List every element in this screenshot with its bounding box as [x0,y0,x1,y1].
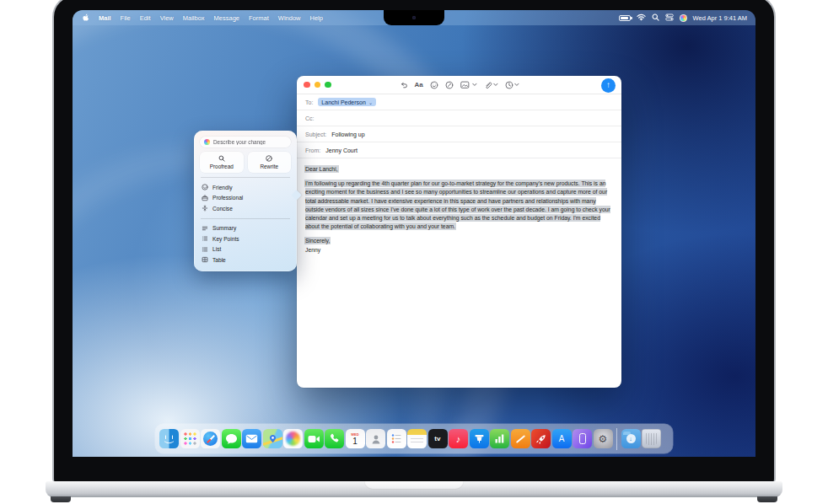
menu-item-view[interactable]: View [160,14,174,22]
key-points-icon [202,235,208,242]
summary-label: Summary [212,225,236,231]
to-label: To: [305,99,313,105]
message-body[interactable]: Dear Lanchi, I'm following up regarding … [297,158,621,261]
minimize-button[interactable] [315,82,321,88]
menu-item-mail[interactable]: Mail [99,14,111,22]
tone-option-professional[interactable]: Professional [200,193,291,204]
tv-label: tv [434,435,441,442]
tone-option-concise[interactable]: Concise [200,203,291,214]
dock-icon-pages[interactable] [511,429,530,448]
format-option-summary[interactable]: Summary [200,223,291,234]
briefcase-icon [202,195,208,201]
rewrite-button[interactable]: Rewrite [248,152,292,173]
dock-icon-notes[interactable] [407,429,427,448]
display-notch [384,10,444,25]
from-field[interactable]: From: Jenny Court [297,142,621,158]
attachment-icon[interactable] [484,81,498,89]
format-option-table[interactable]: Table [200,255,291,265]
dock-icon-launchpad[interactable] [180,429,200,448]
siri-icon[interactable] [680,14,687,22]
dock-icon-facetime[interactable] [304,429,324,448]
describe-change-input[interactable] [213,139,287,145]
dock-icon-appstore[interactable]: A [552,429,572,448]
dock-icon-reminders[interactable] [387,429,406,448]
send-later-icon[interactable] [505,81,519,89]
apple-menu-icon[interactable] [82,13,89,22]
friendly-label: Friendly [212,185,232,190]
tone-option-friendly[interactable]: Friendly [200,182,291,193]
send-button[interactable]: ↑ [601,78,616,93]
signature-text: Jenny [305,247,320,253]
subject-label: Subject: [305,131,326,137]
menu-item-message[interactable]: Message [214,14,239,22]
dock-icon-safari[interactable] [201,429,220,448]
subject-field[interactable]: Subject: Following up [297,126,621,142]
concise-lines-icon [202,205,208,212]
compass-icon [203,432,218,446]
dock-icon-maps[interactable] [263,429,282,448]
lid-scoop [364,481,464,490]
cc-field[interactable]: Cc: [297,110,621,126]
battery-icon[interactable] [619,15,631,21]
window-titlebar[interactable]: Aa [297,76,621,94]
menu-item-help[interactable]: Help [309,14,322,22]
dock-icon-keynote[interactable] [470,429,489,448]
control-center-icon[interactable] [665,13,674,23]
trash-can-icon [646,433,657,445]
to-field[interactable]: To: Lanchi Pederson ⌄ [297,94,621,110]
proofread-magnifier-icon [218,155,225,162]
mail-compose-window: Aa [297,76,621,388]
phone-outline-icon [579,433,586,444]
undo-icon[interactable] [399,81,407,89]
emoji-icon[interactable] [430,81,438,89]
dock-icon-contacts[interactable] [366,429,385,448]
appstore-a-icon: A [559,434,565,443]
rewrite-label: Rewrite [260,164,278,169]
dock-icon-mail[interactable] [242,429,261,448]
dock-icon-calendar[interactable]: WED 1 [346,429,365,448]
format-icon[interactable]: Aa [414,81,422,88]
dock-icon-phone[interactable] [325,429,344,448]
dock-icon-music[interactable]: ♪ [449,429,468,448]
menu-item-format[interactable]: Format [249,14,269,22]
calendar-day: 1 [352,437,358,446]
format-option-key-points[interactable]: Key Points [200,233,291,244]
dock-icon-iphone-mirroring[interactable] [573,429,592,448]
menu-bar-clock[interactable]: Wed Apr 1 9:41 AM [693,14,747,22]
close-button[interactable] [304,82,310,88]
dock-icon-trash[interactable] [642,429,661,448]
format-option-list[interactable]: List [200,244,291,255]
wifi-icon[interactable] [637,13,646,23]
desktop: Mail File Edit View Mailbox Message Form… [73,10,755,457]
menu-item-window[interactable]: Window [278,14,301,22]
dock-icon-messages[interactable] [222,429,241,448]
search-icon[interactable] [652,13,659,23]
menu-item-file[interactable]: File [121,14,131,22]
concise-label: Concise [212,206,233,212]
dock-icon-finder[interactable] [159,429,179,448]
download-arrow-icon: ↓ [626,434,636,443]
dock-icon-system-settings[interactable]: ⚙ [594,429,613,448]
describe-change-field[interactable] [200,137,291,147]
recipient-token[interactable]: Lanchi Pederson ⌄ [318,98,376,106]
menu-item-edit[interactable]: Edit [140,14,151,22]
summary-icon [202,225,208,232]
recipient-name: Lanchi Pederson [321,99,366,105]
proofread-button[interactable]: Proofread [200,152,244,173]
zoom-button[interactable] [325,82,331,88]
camera-icon [412,16,416,19]
dock: WED 1 tv ♪ A ⚙ [155,424,673,453]
dock-icon-downloads[interactable]: ↓ [621,429,641,448]
smiley-icon [202,184,208,190]
dock-icon-photos[interactable] [283,429,303,448]
dock-icon-numbers[interactable] [490,429,509,448]
macbook-foot [757,496,777,502]
writing-tools-icon[interactable] [445,81,454,89]
menu-item-mailbox[interactable]: Mailbox [183,14,205,22]
macbook-base [46,481,782,497]
selected-text: Sincerely, [305,238,330,244]
dock-icon-rocket[interactable] [531,429,551,448]
photo-browser-icon[interactable] [460,81,477,89]
subject-value: Following up [331,131,364,137]
dock-icon-tv[interactable]: tv [428,429,448,448]
